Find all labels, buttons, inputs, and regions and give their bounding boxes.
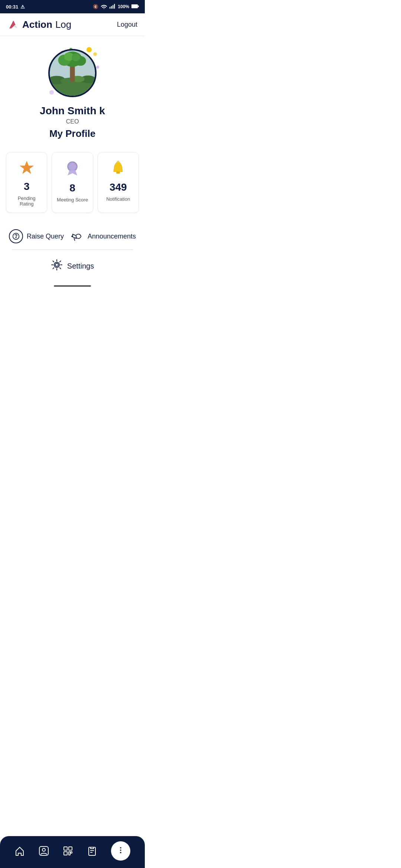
raise-query-item[interactable]: Raise Query xyxy=(9,229,64,243)
svg-point-26 xyxy=(69,163,76,170)
svg-point-31 xyxy=(71,236,73,237)
announcements-item[interactable]: Announcements xyxy=(70,229,136,243)
signal-icon xyxy=(110,4,115,10)
dot-3 xyxy=(87,47,92,52)
svg-point-23 xyxy=(72,53,80,61)
quick-actions: Raise Query Announcements Se xyxy=(0,223,145,282)
bell-icon xyxy=(111,160,125,178)
app-logo: Action Log xyxy=(7,19,71,30)
raise-query-icon xyxy=(9,229,23,243)
battery-text: 100% xyxy=(118,4,129,9)
profile-role: CEO xyxy=(66,118,79,125)
svg-point-0 xyxy=(104,8,105,9)
svg-rect-1 xyxy=(110,7,110,9)
stat-card-meeting-score[interactable]: 8 Meeting Score xyxy=(52,152,93,213)
svg-rect-2 xyxy=(111,6,112,9)
avatar-container xyxy=(46,47,98,99)
svg-rect-27 xyxy=(116,172,120,174)
announcements-label: Announcements xyxy=(88,233,136,240)
settings-icon xyxy=(51,259,63,273)
svg-rect-3 xyxy=(113,5,113,9)
logo-icon xyxy=(7,19,19,30)
profile-name: John Smith k xyxy=(40,105,105,117)
time: 00:31 xyxy=(6,4,18,10)
notification-value: 349 xyxy=(110,181,127,193)
svg-rect-5 xyxy=(131,4,138,8)
announcements-icon xyxy=(70,229,84,243)
actions-row: Raise Query Announcements xyxy=(6,223,139,249)
meeting-score-value: 8 xyxy=(69,182,75,194)
bottom-indicator xyxy=(54,285,91,287)
svg-marker-24 xyxy=(20,161,33,174)
logout-button[interactable]: Logout xyxy=(117,21,137,29)
wifi-icon xyxy=(101,4,107,10)
status-bar: 00:31 ⚠ 🔇 100% xyxy=(0,0,145,13)
notification-label: Notification xyxy=(106,196,130,202)
status-right: 🔇 100% xyxy=(93,4,139,10)
warning-icon: ⚠ xyxy=(20,4,25,10)
mute-icon: 🔇 xyxy=(93,4,98,9)
app-name-log: Log xyxy=(55,19,71,30)
dot-4 xyxy=(93,52,97,56)
svg-rect-4 xyxy=(114,4,115,9)
star-icon xyxy=(19,160,35,178)
svg-point-28 xyxy=(117,161,119,163)
stats-row: 3 Pending Rating 8 Meeting Score 349 Not… xyxy=(0,152,145,213)
raise-query-label: Raise Query xyxy=(27,233,64,240)
medal-icon xyxy=(65,160,80,179)
profile-section: John Smith k CEO My Profile xyxy=(0,36,145,152)
avatar-svg xyxy=(50,50,95,96)
app-header: Action Log Logout xyxy=(0,13,145,36)
svg-point-30 xyxy=(16,237,16,238)
pending-rating-value: 3 xyxy=(24,181,30,193)
app-name-action: Action xyxy=(22,19,52,30)
svg-point-32 xyxy=(55,263,58,266)
profile-label: My Profile xyxy=(49,128,95,139)
svg-rect-6 xyxy=(138,5,139,7)
settings-item[interactable]: Settings xyxy=(6,250,139,282)
dot-6 xyxy=(49,90,54,95)
dot-5 xyxy=(96,66,99,69)
avatar xyxy=(48,49,97,97)
meeting-score-label: Meeting Score xyxy=(57,197,88,203)
pending-rating-label: Pending Rating xyxy=(11,195,42,207)
battery-icon xyxy=(131,4,139,10)
stat-card-notification[interactable]: 349 Notification xyxy=(98,152,139,213)
status-left: 00:31 ⚠ xyxy=(6,4,25,10)
settings-label: Settings xyxy=(67,262,94,270)
stat-card-pending-rating[interactable]: 3 Pending Rating xyxy=(6,152,47,213)
